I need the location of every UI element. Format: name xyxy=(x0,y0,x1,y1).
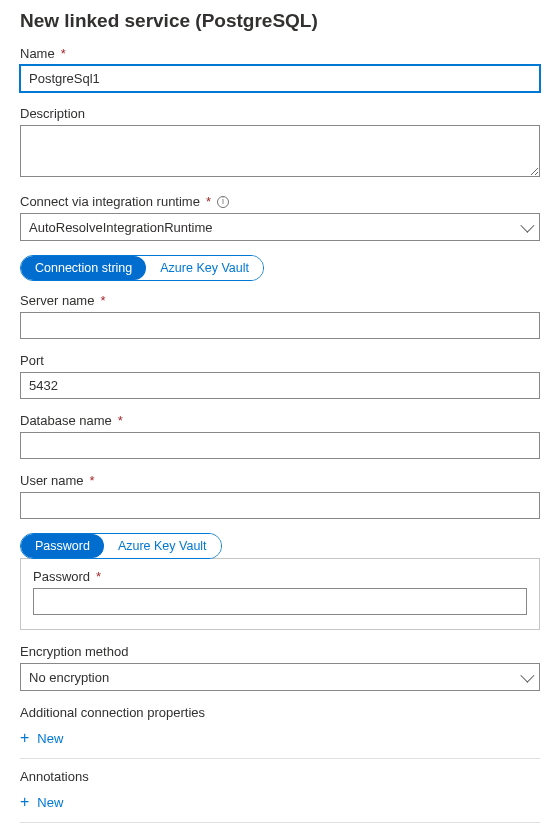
plus-icon: + xyxy=(20,794,29,810)
name-label: Name* xyxy=(20,46,540,61)
db-input[interactable] xyxy=(20,432,540,459)
description-label: Description xyxy=(20,106,540,121)
annotations-label: Annotations xyxy=(20,769,540,784)
description-textarea[interactable] xyxy=(20,125,540,177)
runtime-select[interactable]: AutoResolveIntegrationRuntime xyxy=(20,213,540,241)
encryption-select[interactable]: No encryption xyxy=(20,663,540,691)
required-asterisk: * xyxy=(118,413,123,428)
chevron-down-icon xyxy=(520,219,534,233)
required-asterisk: * xyxy=(90,473,95,488)
required-asterisk: * xyxy=(100,293,105,308)
annotations-section: Annotations + New xyxy=(20,769,540,823)
user-label: User name* xyxy=(20,473,540,488)
tab-password[interactable]: Password xyxy=(21,534,104,558)
password-panel: Password* xyxy=(20,558,540,630)
user-input[interactable] xyxy=(20,492,540,519)
required-asterisk: * xyxy=(61,46,66,61)
chevron-down-icon xyxy=(520,669,534,683)
required-asterisk: * xyxy=(206,194,211,209)
extra-props-section: Additional connection properties + New xyxy=(20,705,540,759)
runtime-label: Connect via integration runtime* i xyxy=(20,194,540,209)
add-property-button[interactable]: + New xyxy=(20,728,63,748)
db-label: Database name* xyxy=(20,413,540,428)
info-icon[interactable]: i xyxy=(217,196,229,208)
tab-azure-key-vault[interactable]: Azure Key Vault xyxy=(146,256,263,280)
password-input[interactable] xyxy=(33,588,527,615)
connection-mode-tabs: Connection string Azure Key Vault xyxy=(20,255,264,281)
tab-connection-string[interactable]: Connection string xyxy=(21,256,146,280)
port-input[interactable] xyxy=(20,372,540,399)
page-title: New linked service (PostgreSQL) xyxy=(20,10,540,32)
required-asterisk: * xyxy=(96,569,101,584)
name-input[interactable] xyxy=(20,65,540,92)
password-mode-tabs: Password Azure Key Vault xyxy=(20,533,222,559)
extra-props-label: Additional connection properties xyxy=(20,705,540,720)
server-input[interactable] xyxy=(20,312,540,339)
add-annotation-button[interactable]: + New xyxy=(20,792,63,812)
plus-icon: + xyxy=(20,730,29,746)
server-label: Server name* xyxy=(20,293,540,308)
tab-password-akv[interactable]: Azure Key Vault xyxy=(104,534,221,558)
password-label: Password* xyxy=(33,569,527,584)
port-label: Port xyxy=(20,353,540,368)
encryption-label: Encryption method xyxy=(20,644,540,659)
